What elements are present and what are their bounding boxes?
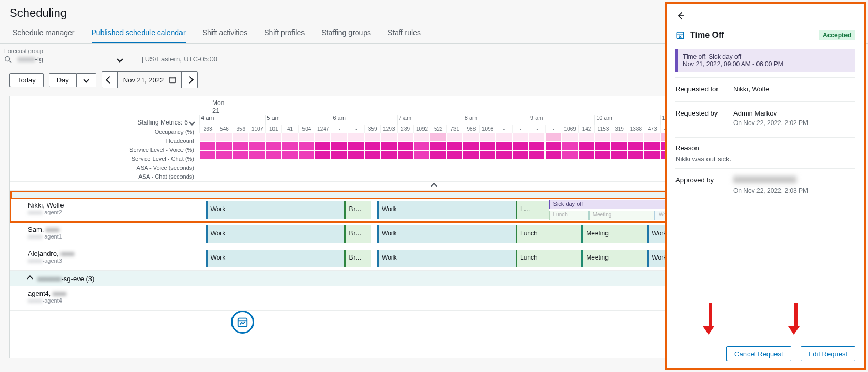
metric-label: Service Level - Voice (%) bbox=[10, 146, 199, 154]
hour-label: 9 am bbox=[529, 115, 594, 125]
shift-segment-work[interactable]: Work bbox=[206, 225, 345, 243]
requested-by-timestamp: On Nov 22, 2022, 2:02 PM bbox=[733, 119, 855, 127]
date-display[interactable]: Nov 21, 2022 bbox=[118, 72, 181, 88]
occupancy-cell: 359 bbox=[364, 125, 380, 133]
occupancy-cell: 356 bbox=[233, 125, 249, 133]
requested-by-label: Requested by bbox=[675, 109, 733, 127]
shift-segment-meet[interactable]: Meeting bbox=[581, 250, 647, 267]
approved-by-timestamp: On Nov 22, 2022, 2:03 PM bbox=[733, 187, 855, 194]
occupancy-cell: 142 bbox=[578, 125, 594, 133]
shift-segment-ghost: Lunch bbox=[549, 211, 588, 220]
requested-for-label: Requested for bbox=[675, 85, 733, 93]
agent-login: xxxxx-agent2 bbox=[28, 209, 199, 215]
occupancy-cell: 473 bbox=[644, 125, 660, 133]
calendar-x-icon bbox=[675, 30, 685, 40]
view-dropdown-button[interactable] bbox=[77, 73, 96, 87]
requested-by-value: Admin Markov bbox=[733, 109, 855, 117]
chevron-down-icon[interactable] bbox=[117, 56, 123, 62]
shift-segment-break[interactable]: Br… bbox=[344, 201, 370, 219]
svg-line-1 bbox=[9, 60, 12, 63]
occupancy-cell: - bbox=[512, 125, 529, 133]
forecast-group-value[interactable]: xxxxx-fg bbox=[16, 55, 45, 63]
tab-staff-rules[interactable]: Staff rules bbox=[388, 28, 421, 43]
current-date-label: Nov 21, 2022 bbox=[123, 76, 164, 84]
occupancy-cell: 1107 bbox=[249, 125, 265, 133]
time-off-summary: Time off: Sick day off Nov 21, 2022, 09:… bbox=[675, 49, 855, 72]
agent-name: agent4, xxxx bbox=[28, 290, 199, 297]
shift-segment-work[interactable]: Work bbox=[206, 201, 345, 219]
calendar-icon bbox=[169, 76, 176, 84]
date-navigator: Nov 21, 2022 bbox=[102, 71, 198, 88]
metric-label: Service Level - Chat (%) bbox=[10, 154, 199, 163]
back-button[interactable] bbox=[675, 11, 687, 23]
metric-label: ASA - Chat (seconds) bbox=[10, 172, 199, 181]
occupancy-cell: 1153 bbox=[594, 125, 611, 133]
occupancy-cell: 41 bbox=[281, 125, 298, 133]
shift-segment-lunch[interactable]: Lunch bbox=[516, 250, 581, 267]
occupancy-cell: 1293 bbox=[380, 125, 397, 133]
tab-staffing-groups[interactable]: Staffing groups bbox=[321, 28, 371, 43]
svg-rect-9 bbox=[677, 32, 684, 39]
panel-actions: Cancel Request Edit Request bbox=[675, 337, 855, 361]
hour-label: 7 am bbox=[397, 115, 463, 125]
annotation-arrow bbox=[707, 303, 714, 335]
occupancy-cell: - bbox=[348, 125, 364, 133]
search-icon[interactable] bbox=[4, 56, 12, 63]
occupancy-cell: 101 bbox=[265, 125, 281, 133]
hour-label: 6 am bbox=[331, 115, 397, 125]
approved-by-value bbox=[733, 176, 796, 183]
prev-day-button[interactable] bbox=[102, 72, 118, 88]
svg-point-0 bbox=[5, 56, 10, 61]
reason-value: Nikki was out sick. bbox=[675, 155, 855, 163]
tab-schedule-manager[interactable]: Schedule manager bbox=[13, 28, 75, 43]
edit-request-button[interactable]: Edit Request bbox=[801, 346, 855, 361]
timezone-label: | US/Eastern, UTC-05:00 bbox=[135, 55, 217, 63]
hour-label: 10 am bbox=[594, 115, 660, 125]
status-badge: Accepted bbox=[819, 30, 855, 40]
occupancy-cell: 1247 bbox=[315, 125, 331, 133]
svg-rect-2 bbox=[169, 77, 175, 83]
svg-rect-6 bbox=[238, 318, 247, 327]
occupancy-cell: 504 bbox=[298, 125, 315, 133]
agent-login: xxxxx-agent3 bbox=[28, 257, 199, 264]
tab-shift-activities[interactable]: Shift activities bbox=[203, 28, 248, 43]
occupancy-cell: 289 bbox=[397, 125, 413, 133]
calendar-chart-icon bbox=[237, 316, 248, 328]
shift-segment-ghost: Meeting bbox=[588, 211, 654, 220]
agent-login: xxxxx-agent4 bbox=[28, 297, 199, 304]
next-day-button[interactable] bbox=[181, 72, 197, 88]
time-off-detail-panel: Time Off Accepted Time off: Sick day off… bbox=[665, 2, 866, 370]
cancel-request-button[interactable]: Cancel Request bbox=[726, 346, 791, 361]
schedule-fab-button[interactable] bbox=[231, 311, 254, 334]
shift-segment-work[interactable]: Work bbox=[377, 250, 516, 267]
occupancy-cell: 263 bbox=[199, 125, 216, 133]
shift-segment-work[interactable]: Work bbox=[206, 250, 345, 267]
shift-segment-lunch[interactable]: Lunch bbox=[516, 225, 581, 243]
view-picker: Day bbox=[49, 73, 96, 87]
shift-segment-meet[interactable]: Meeting bbox=[581, 225, 647, 243]
tab-published-schedule-calendar[interactable]: Published schedule calendar bbox=[92, 28, 186, 43]
shift-segment-break[interactable]: Br… bbox=[344, 225, 370, 243]
metric-label: Headcount bbox=[10, 137, 199, 146]
occupancy-cell: 546 bbox=[216, 125, 232, 133]
view-button[interactable]: Day bbox=[49, 73, 77, 87]
metric-label: ASA - Voice (seconds) bbox=[10, 163, 199, 172]
occupancy-cell: 1092 bbox=[413, 125, 430, 133]
hour-label: 4 am bbox=[199, 115, 265, 125]
tab-shift-profiles[interactable]: Shift profiles bbox=[264, 28, 305, 43]
staffing-metrics-toggle[interactable]: Staffing Metrics: 6 bbox=[10, 117, 199, 128]
agent-name: Nikki, Wolfe bbox=[28, 201, 199, 209]
agent-name: Sam, xxxx bbox=[28, 225, 199, 233]
annotation-arrow bbox=[792, 303, 800, 335]
shift-segment-break[interactable]: Br… bbox=[344, 250, 370, 267]
occupancy-cell: - bbox=[529, 125, 545, 133]
today-button[interactable]: Today bbox=[9, 73, 44, 87]
occupancy-cell: 1388 bbox=[628, 125, 644, 133]
shift-segment-work[interactable]: Work bbox=[377, 225, 516, 243]
shift-segment-work[interactable]: Work bbox=[377, 201, 516, 219]
agent-name: Alejandro, xxxx bbox=[28, 250, 199, 257]
hour-label: 8 am bbox=[463, 115, 529, 125]
shift-segment-lunch[interactable]: L… bbox=[516, 201, 549, 219]
chevron-down-icon bbox=[189, 119, 195, 125]
metric-label: Occupancy (%) bbox=[10, 128, 199, 137]
